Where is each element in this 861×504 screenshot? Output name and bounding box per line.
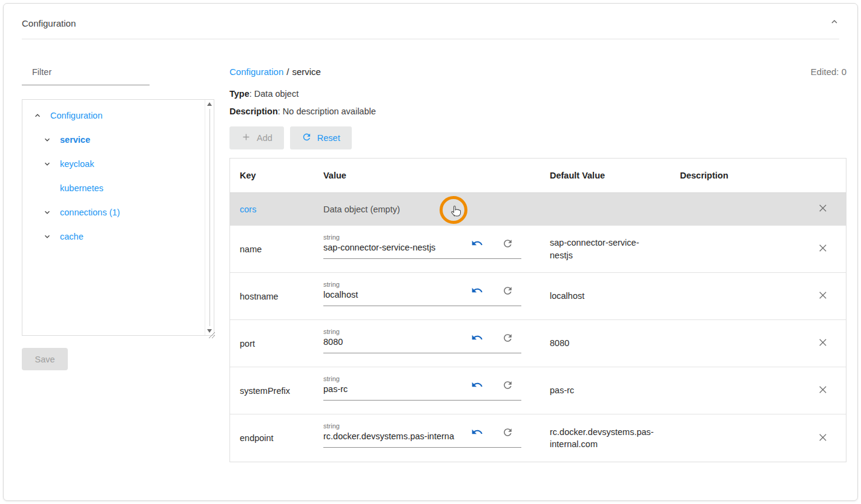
- tree-item-label[interactable]: service: [60, 135, 90, 145]
- tree-item-cache[interactable]: cache: [22, 224, 214, 249]
- row-key: port: [230, 320, 314, 367]
- tree-scrollbar[interactable]: [205, 100, 214, 335]
- tree-item-service[interactable]: service: [22, 128, 214, 152]
- click-highlight-ring: [440, 196, 467, 224]
- chevron-down-icon[interactable]: [42, 232, 52, 241]
- default-value: 8080: [550, 337, 569, 349]
- delete-row-button[interactable]: [816, 289, 830, 304]
- field-type-label: string: [323, 326, 521, 335]
- object-value-text: Data object (empty): [323, 205, 400, 214]
- chevron-up-icon[interactable]: [33, 111, 42, 120]
- header-description: Description: [670, 159, 810, 192]
- edited-counter: Edited: 0: [811, 67, 846, 77]
- reset-button[interactable]: Reset: [290, 126, 352, 149]
- undo-icon[interactable]: [470, 236, 484, 250]
- reset-to-default-icon[interactable]: [500, 425, 515, 439]
- header-value: Value: [314, 159, 540, 192]
- breadcrumb-current: service: [292, 67, 321, 77]
- configuration-panel: Configuration Configuration: [3, 3, 858, 501]
- value-field: string: [323, 326, 521, 353]
- scrollbar-track[interactable]: [209, 109, 210, 326]
- undo-icon[interactable]: [470, 378, 484, 392]
- filter-input[interactable]: [22, 64, 150, 85]
- table-row-cors[interactable]: cors Data object (empty): [230, 193, 846, 226]
- reset-to-default-icon[interactable]: [500, 283, 515, 298]
- panel-title: Configuration: [22, 18, 76, 28]
- breadcrumb-separator: /: [286, 67, 289, 77]
- chevron-down-icon[interactable]: [42, 159, 52, 169]
- tree-item-label[interactable]: connections (1): [60, 208, 120, 217]
- collapse-panel-button[interactable]: [828, 17, 840, 29]
- delete-row-button[interactable]: [816, 202, 830, 217]
- config-table: Key Value Default Value Description cors…: [229, 158, 846, 462]
- value-input[interactable]: [323, 335, 460, 347]
- close-icon: [817, 432, 828, 445]
- main-content: Configuration/service Edited: 0 Type: Da…: [214, 39, 846, 462]
- object-link-cors[interactable]: cors: [240, 205, 256, 214]
- value-field: string: [323, 373, 521, 401]
- default-value: localhost: [550, 290, 584, 302]
- tree-item-configuration[interactable]: Configuration: [22, 103, 214, 128]
- row-key: endpoint: [230, 414, 314, 462]
- breadcrumb: Configuration/service: [229, 67, 321, 77]
- table-row-endpoint: endpoint string rc.: [230, 414, 846, 462]
- delete-row-button[interactable]: [816, 431, 830, 445]
- chevron-up-icon: [830, 17, 839, 29]
- value-input[interactable]: [323, 241, 460, 252]
- header-default-value: Default Value: [540, 159, 670, 192]
- description-line: Description: No description available: [229, 106, 846, 116]
- sidebar: Configuration service keycloak k: [22, 39, 214, 462]
- type-line: Type: Data object: [229, 89, 846, 99]
- tree-item-label[interactable]: keycloak: [60, 159, 94, 169]
- add-button-label: Add: [257, 133, 272, 143]
- table-row-hostname: hostname string loc: [230, 273, 846, 320]
- description-cell: [670, 320, 810, 367]
- field-type-label: string: [323, 232, 521, 241]
- description-cell: [670, 226, 810, 272]
- add-button[interactable]: Add: [229, 126, 284, 149]
- description-cell: [670, 273, 810, 319]
- value-field: string: [323, 279, 521, 306]
- value-input[interactable]: [323, 382, 460, 394]
- header-key: Key: [230, 159, 314, 192]
- tree-item-label[interactable]: cache: [60, 232, 84, 241]
- chevron-down-icon[interactable]: [42, 208, 52, 217]
- tree-item-label[interactable]: Configuration: [50, 111, 102, 120]
- save-button[interactable]: Save: [22, 348, 68, 370]
- tree-item-label[interactable]: kubernetes: [60, 183, 104, 193]
- resize-handle[interactable]: [207, 330, 216, 339]
- value-input[interactable]: [323, 430, 460, 441]
- header-actions: [810, 159, 846, 192]
- delete-row-button[interactable]: [816, 336, 830, 351]
- tree-item-keycloak[interactable]: keycloak: [22, 152, 214, 176]
- close-icon: [817, 290, 828, 303]
- value-field: string: [323, 232, 521, 259]
- reset-to-default-icon[interactable]: [500, 236, 515, 250]
- value-field: string: [323, 421, 521, 448]
- reset-to-default-icon[interactable]: [500, 330, 515, 345]
- close-icon: [817, 337, 828, 350]
- field-type-label: string: [323, 373, 521, 382]
- default-value: pas-rc: [550, 384, 574, 396]
- scroll-up-arrow-icon[interactable]: [207, 102, 212, 106]
- panel-header: Configuration: [4, 4, 857, 39]
- tree-item-kubernetes[interactable]: kubernetes: [22, 176, 214, 200]
- type-value: : Data object: [249, 89, 299, 99]
- undo-icon[interactable]: [470, 425, 484, 439]
- undo-icon[interactable]: [470, 330, 484, 345]
- undo-icon[interactable]: [470, 283, 484, 298]
- table-row-port: port string 8080: [230, 320, 846, 367]
- tree-item-connections[interactable]: connections (1): [22, 200, 214, 224]
- breadcrumb-root-link[interactable]: Configuration: [229, 67, 283, 77]
- table-row-systemPrefix: systemPrefix string: [230, 367, 846, 414]
- close-icon: [817, 384, 828, 397]
- value-input[interactable]: [323, 288, 460, 299]
- delete-row-button[interactable]: [816, 242, 830, 257]
- reset-to-default-icon[interactable]: [500, 378, 515, 392]
- row-key: hostname: [230, 273, 314, 319]
- chevron-down-icon[interactable]: [42, 135, 52, 145]
- config-tree: Configuration service keycloak k: [22, 99, 214, 336]
- table-header-row: Key Value Default Value Description: [230, 159, 846, 193]
- description-value: : No description available: [278, 106, 376, 116]
- delete-row-button[interactable]: [816, 384, 830, 398]
